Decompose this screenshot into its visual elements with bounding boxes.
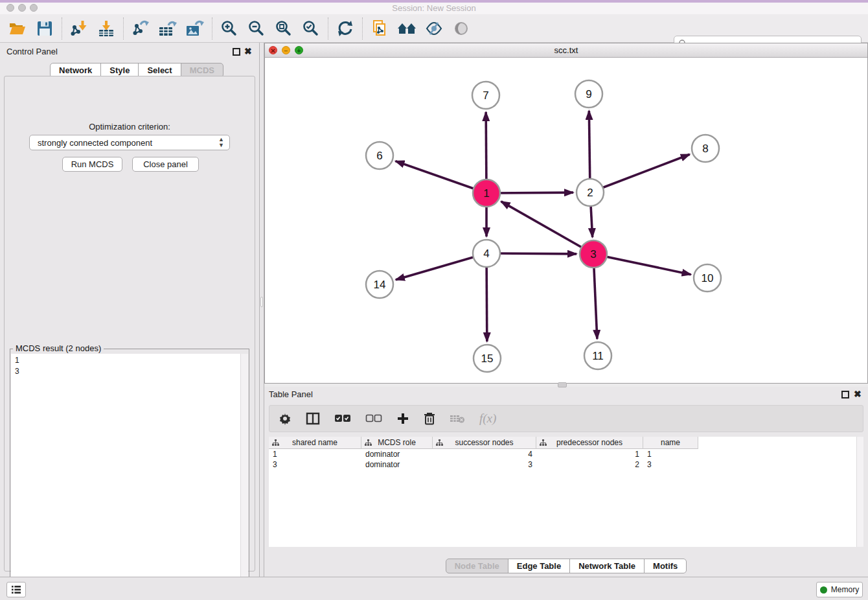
graph-node-7[interactable]: 7 [472, 82, 499, 109]
memory-button[interactable]: Memory [816, 582, 863, 597]
graph-edge-3-1[interactable] [501, 202, 593, 254]
table-panel: Table Panel ✖ f(x) shared nameMCDS roles… [264, 387, 868, 577]
mcds-result-scrollbar[interactable] [240, 354, 248, 596]
mcds-tab-content: Optimization criterion: strongly connect… [4, 76, 255, 571]
float-table-panel-icon[interactable] [841, 391, 849, 398]
function-builder-icon: f(x) [479, 411, 496, 426]
table-cell: 3 [433, 459, 536, 470]
save-session-icon[interactable] [31, 14, 58, 43]
table-settings-icon[interactable] [279, 412, 291, 425]
table-row[interactable]: 1dominator411 [269, 449, 863, 459]
table-body: 1dominator4113dominator323 [269, 449, 863, 470]
network-graph[interactable]: 7968124314101511 [265, 58, 867, 383]
toolbar-separator [123, 17, 124, 40]
table-cell: 1 [536, 449, 643, 459]
table-tabs: Node TableEdge TableNetwork TableMotifs [264, 559, 868, 573]
zoom-fit-icon[interactable] [270, 14, 297, 43]
graph-edge-2-8[interactable] [590, 154, 690, 192]
graph-edge-1-6[interactable] [396, 161, 486, 193]
column-visibility-icon[interactable] [306, 412, 320, 425]
node-label: 1 [483, 187, 489, 200]
vertical-splitter[interactable] [259, 43, 264, 577]
zoom-in-icon[interactable] [216, 14, 243, 43]
table-toolbar: f(x) [269, 405, 863, 432]
toolbar-separator [212, 17, 212, 40]
zoom-out-icon[interactable] [243, 14, 270, 43]
column-header-MCDS-role[interactable]: MCDS role [361, 437, 433, 449]
mcds-result-item: 3 [15, 366, 244, 377]
show-hide-panels-icon[interactable] [393, 14, 420, 43]
horizontal-splitter-grip[interactable] [558, 382, 567, 387]
table-tab-node-table[interactable]: Node Table [446, 559, 508, 573]
close-panel-button[interactable]: Close panel [132, 157, 199, 172]
table-row[interactable]: 3dominator323 [269, 459, 863, 470]
run-mcds-button[interactable]: Run MCDS [62, 157, 122, 172]
graph-node-4[interactable]: 4 [473, 240, 500, 267]
network-canvas[interactable]: 7968124314101511 [265, 58, 867, 383]
column-header-label: name [661, 438, 680, 447]
node-label: 14 [374, 279, 386, 291]
optimization-criterion-label: Optimization criterion: [5, 122, 255, 132]
table-tab-network-table[interactable]: Network Table [569, 559, 645, 573]
node-label: 11 [592, 350, 604, 362]
export-table-icon[interactable] [154, 14, 181, 43]
network-view-title: scc.txt [265, 45, 867, 55]
node-label: 2 [587, 187, 593, 199]
import-table-from-file-icon[interactable] [93, 14, 120, 43]
export-image-icon[interactable] [181, 14, 209, 43]
splitter-grip[interactable] [260, 297, 263, 307]
table-tab-edge-table[interactable]: Edge Table [508, 559, 570, 573]
graph-node-9[interactable]: 9 [575, 80, 602, 108]
table-tab-motifs[interactable]: Motifs [644, 559, 687, 573]
mcds-result-title: MCDS result (2 nodes) [13, 343, 104, 353]
deselect-all-rows-icon[interactable] [365, 414, 382, 423]
export-network-icon[interactable] [127, 14, 154, 43]
table-header-row: shared nameMCDS rolesuccessor nodesprede… [269, 437, 863, 449]
apply-preferred-layout-icon[interactable] [332, 14, 359, 43]
table-cell: 1 [643, 449, 698, 459]
graph-node-10[interactable]: 10 [694, 264, 721, 292]
graph-node-8[interactable]: 8 [692, 135, 719, 162]
node-label: 8 [702, 143, 708, 155]
show-graphics-details-icon[interactable] [420, 14, 448, 43]
graph-node-3[interactable]: 3 [580, 240, 607, 268]
column-header-successor-nodes[interactable]: successor nodes [433, 437, 536, 449]
graph-edge-3-10[interactable] [593, 254, 691, 275]
graph-node-14[interactable]: 14 [366, 271, 393, 298]
table-cell: dominator [361, 459, 433, 470]
mcds-result-list[interactable]: 13 [11, 354, 248, 596]
graph-node-1[interactable]: 1 [473, 179, 500, 207]
status-bar: Memory [0, 577, 868, 600]
control-panel: Control Panel ✖ NetworkStyleSelectMCDS O… [0, 43, 259, 577]
column-header-shared-name[interactable]: shared name [269, 437, 361, 449]
table-cell: 3 [269, 459, 361, 470]
network-window-titlebar[interactable]: ✕ − + scc.txt [265, 43, 867, 58]
node-label: 4 [483, 248, 489, 260]
close-table-panel-icon[interactable]: ✖ [854, 389, 862, 398]
birds-eye-view-icon[interactable] [448, 14, 475, 43]
select-all-rows-icon[interactable] [334, 414, 351, 423]
close-panel-icon[interactable]: ✖ [244, 47, 252, 56]
column-header-name[interactable]: name [643, 437, 698, 449]
clone-network-icon[interactable] [366, 14, 393, 43]
graph-node-11[interactable]: 11 [584, 342, 611, 369]
list-menu-button[interactable] [6, 582, 26, 597]
column-header-label: successor nodes [455, 438, 513, 447]
delete-column-icon[interactable] [424, 412, 435, 425]
column-header-predecessor-nodes[interactable]: predecessor nodes [536, 437, 643, 449]
graph-node-2[interactable]: 2 [577, 179, 604, 206]
table-panel-title: Table Panel [269, 389, 313, 399]
column-header-label: predecessor nodes [556, 438, 622, 447]
node-label: 9 [586, 88, 591, 100]
float-panel-icon[interactable] [233, 48, 240, 56]
open-session-icon[interactable] [4, 14, 31, 43]
graph-node-6[interactable]: 6 [366, 142, 393, 169]
zoom-selected-icon[interactable] [297, 14, 325, 43]
column-header-label: shared name [292, 438, 337, 447]
table-scrollbar[interactable] [856, 437, 863, 547]
optimization-criterion-dropdown[interactable]: strongly connected component ▲▼ [29, 135, 230, 150]
add-column-icon[interactable] [396, 412, 409, 425]
close-panel-button-label: Close panel [143, 159, 188, 169]
import-network-from-file-icon[interactable] [65, 14, 93, 43]
graph-node-15[interactable]: 15 [474, 345, 501, 372]
